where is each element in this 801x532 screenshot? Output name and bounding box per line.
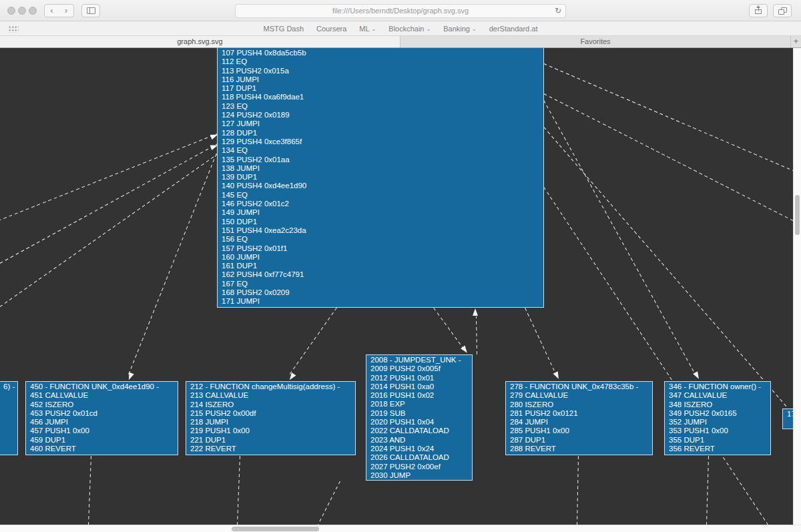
tab-graph-svg[interactable]: graph.svg.svg [0, 36, 400, 47]
instruction-line: 221 DUP1 [190, 436, 355, 445]
instruction-line: 347 CALLVALUE [669, 391, 770, 400]
function-212-block: 212 - FUNCTION changeMultisig(address) -… [186, 381, 356, 455]
graph-edge [543, 100, 697, 376]
vertical-scrollbar-thumb[interactable] [795, 195, 800, 235]
function-278-block: 278 - FUNCTION UNK_0x4783c35b -279 CALLV… [505, 381, 653, 455]
share-icon [755, 7, 762, 14]
instruction-line: 348 ISZERO [669, 401, 770, 409]
instruction-line: 460 REVERT [30, 445, 178, 453]
instruction-line: 113 PUSH2 0x015a [222, 67, 543, 75]
graph-edge [88, 456, 91, 525]
graph-edge [127, 148, 219, 376]
graph-edge [577, 456, 579, 525]
instruction-line: 149 JUMPI [222, 208, 543, 217]
vertical-scrollbar-track[interactable] [793, 48, 801, 525]
graph-edge [318, 481, 340, 525]
minimize-window-button[interactable] [18, 7, 26, 15]
bookmarks-bar: MSTG Dash Coursera ML⌄ Blockchain⌄ Banki… [0, 21, 801, 36]
graph-edge [476, 316, 477, 354]
back-button[interactable]: ‹ [44, 4, 59, 17]
instruction-line: 116 JUMPI [222, 75, 543, 84]
tab-overview-button[interactable] [773, 4, 792, 17]
instruction-line: 451 CALLVALUE [30, 391, 178, 400]
instruction-line: 349 PUSH2 0x0165 [669, 409, 770, 418]
address-bar[interactable]: file:///Users/berndt/Desktop/graph.svg.s… [235, 4, 566, 18]
instruction-line: 160 JUMPI [222, 253, 543, 262]
instruction-line: 288 REVERT [510, 445, 652, 453]
instruction-line: 167 EQ [222, 280, 543, 288]
bookmark-derstandard[interactable]: derStandard.at [489, 25, 538, 33]
dispatcher-block: 107 PUSH4 0x8da5cb5b112 EQ113 PUSH2 0x01… [217, 48, 544, 308]
instruction-line: 139 DUP1 [222, 173, 543, 182]
instruction-line: 171 JUMPI [222, 297, 543, 306]
bookmark-coursera[interactable]: Coursera [316, 25, 346, 33]
instruction-line: 2019 SUB [370, 409, 472, 418]
instruction-line: 2026 CALLDATALOAD [370, 453, 472, 462]
instruction-line: 356 REVERT [669, 445, 770, 453]
instruction-line: 161 DUP1 [222, 262, 543, 270]
edge-arrowhead-icon [473, 308, 478, 316]
instruction-line: 459 DUP1 [30, 436, 178, 445]
chevron-down-icon: ⌄ [472, 26, 477, 32]
instruction-line: 157 PUSH2 0x01f1 [222, 244, 543, 253]
horizontal-scrollbar-thumb[interactable] [232, 527, 319, 531]
instruction-line: 156 EQ [222, 235, 543, 244]
instruction-line: 112 EQ [222, 57, 543, 66]
chevron-down-icon: ⌄ [427, 26, 431, 32]
graph-edge [525, 308, 557, 375]
graph-edge [237, 456, 240, 525]
instruction-line: 129 PUSH4 0xce3f865f [222, 138, 543, 146]
graph-canvas: 107 PUSH4 0x8da5cb5b112 EQ113 PUSH2 0x01… [0, 48, 793, 525]
clipped-right-block: 17 [782, 409, 793, 429]
tab-overview-icon [778, 7, 787, 15]
instruction-line: 151 PUSH4 0xea2c23da [222, 226, 543, 235]
function-450-block: 450 - FUNCTION UNK_0xd4ee1d90 -451 CALLV… [25, 381, 178, 455]
instruction-line: 280 ISZERO [510, 401, 652, 409]
graph-edge [0, 133, 219, 220]
instruction-line: 285 PUSH1 0x00 [510, 427, 652, 435]
bookmark-folder-blockchain[interactable]: Blockchain⌄ [388, 25, 431, 33]
sidebar-button[interactable] [81, 4, 100, 17]
instruction-line: 284 JUMPI [510, 418, 652, 427]
instruction-line: 352 JUMPI [669, 418, 770, 427]
instruction-line: 2020 PUSH1 0x04 [370, 418, 472, 427]
forward-button[interactable]: › [59, 4, 74, 17]
bookmark-folder-banking[interactable]: Banking⌄ [443, 25, 476, 33]
bookmark-folder-ml[interactable]: ML⌄ [359, 25, 376, 33]
clipped-left-block: 6) - [0, 381, 18, 455]
share-button[interactable] [749, 4, 768, 17]
close-window-button[interactable] [7, 7, 15, 15]
graph-edge [0, 143, 219, 264]
instruction-line: 138 JUMPI [222, 164, 543, 173]
instruction-line: 2016 PUSH1 0x02 [370, 391, 472, 400]
reload-button[interactable]: ↻ [555, 5, 561, 17]
instruction-line: 145 EQ [222, 191, 543, 200]
zoom-window-button[interactable] [29, 7, 37, 15]
instruction-line: 2014 PUSH1 0xa0 [370, 382, 472, 391]
bookmark-mstg-dash[interactable]: MSTG Dash [264, 25, 304, 33]
forward-icon: › [65, 5, 67, 15]
instruction-line: 214 ISZERO [190, 401, 355, 409]
horizontal-scrollbar-track[interactable] [0, 525, 801, 532]
edge-arrowhead-icon [126, 372, 134, 380]
instruction-line: 452 ISZERO [30, 401, 178, 409]
instruction-line: 127 JUMPI [222, 119, 543, 128]
new-tab-button[interactable]: + [791, 36, 801, 47]
instruction-line: 218 JUMPI [190, 418, 355, 427]
edge-arrowhead-icon [287, 372, 296, 382]
chevron-down-icon: ⌄ [372, 26, 376, 32]
instruction-line: 2030 JUMP [370, 471, 472, 480]
tab-favorites[interactable]: Favorites [400, 36, 791, 47]
instruction-line: 457 PUSH1 0x00 [30, 427, 178, 435]
graph-edge [288, 307, 337, 376]
browser-toolbar: ‹ › file:///Users/berndt/Desktop/graph.s… [0, 0, 801, 21]
graph-edge [544, 63, 793, 171]
instruction-line: 117 DUP1 [222, 84, 543, 93]
edge-arrowhead-icon [461, 346, 469, 355]
instruction-line: 453 PUSH2 0x01cd [30, 409, 178, 418]
bookmark-items: MSTG Dash Coursera ML⌄ Blockchain⌄ Banki… [0, 21, 801, 36]
graph-edge [433, 308, 465, 351]
edge-arrowhead-icon [553, 371, 561, 380]
instruction-line: 215 PUSH2 0x00df [190, 409, 355, 418]
graph-edge [544, 93, 793, 221]
